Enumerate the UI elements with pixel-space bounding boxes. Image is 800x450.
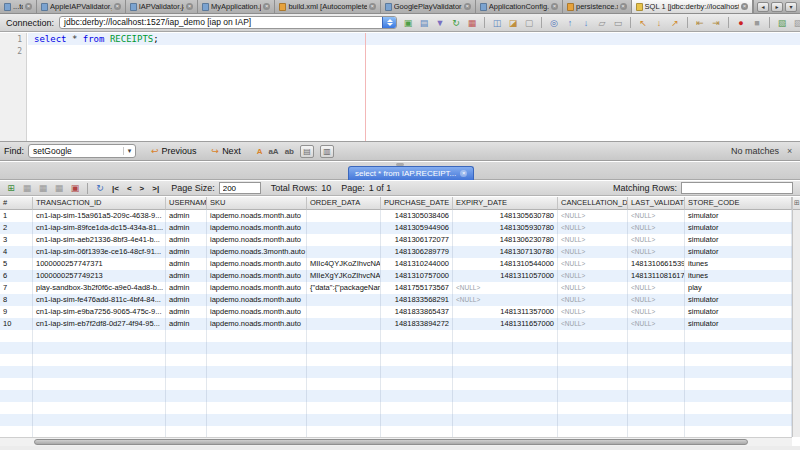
sql-editor[interactable]: 12 select * from RECEIPTS; [0, 33, 800, 141]
table-cell[interactable]: <NULL> [558, 210, 628, 222]
table-row[interactable]: 4cn1-iap-sim-06f1393e-ce16-48cf-91...adm… [0, 246, 792, 258]
table-row[interactable]: 3cn1-iap-sim-aeb21336-8bf3-4e41-b...admi… [0, 234, 792, 246]
table-cell[interactable]: 1481305944906 [381, 222, 453, 234]
table-cell[interactable]: 8 [0, 294, 33, 306]
table-cell[interactable]: admin [166, 234, 207, 246]
table-cell[interactable]: 5 [0, 258, 33, 270]
table-cell[interactable]: 1481833865437 [381, 306, 453, 318]
find-previous-button[interactable]: ↩ Previous [151, 146, 197, 156]
match-case-icon[interactable]: aA [268, 147, 278, 156]
delete-record-icon[interactable]: ▦ [21, 182, 33, 194]
table-cell[interactable]: simulator [685, 318, 792, 330]
refresh-results-icon[interactable]: ↻ [94, 182, 106, 194]
truncate-table-icon[interactable]: ▣ [69, 182, 81, 194]
scroll-tabs-left-button[interactable]: ◂ [757, 2, 769, 12]
matching-rows-input[interactable] [681, 182, 793, 194]
table-cell[interactable]: <NULL> [558, 306, 628, 318]
table-cell[interactable]: admin [166, 258, 207, 270]
jump-down-icon[interactable]: ↓ [653, 17, 665, 29]
connection-combo[interactable]: jdbc:derby://localhost:1527/iap_demo [ia… [59, 16, 397, 29]
table-cell[interactable]: iapdemo.noads.month.auto [207, 282, 307, 294]
results-tab[interactable]: select * from IAP.RECEIPT... × [348, 166, 474, 180]
commit-changes-icon[interactable]: ▦ [37, 182, 49, 194]
table-cell[interactable]: cn1-iap-sim-aeb21336-8bf3-4e41-b... [33, 234, 166, 246]
table-cell[interactable]: <NULL> [628, 246, 685, 258]
column-header-store-code[interactable]: STORE_CODE [685, 197, 792, 210]
scroll-tabs-right-button[interactable]: ▸ [771, 2, 783, 12]
cancel-edits-icon[interactable]: ▦ [53, 182, 65, 194]
table-cell[interactable]: <NULL> [628, 234, 685, 246]
table-cell[interactable]: <NULL> [558, 234, 628, 246]
table-cell[interactable]: 2 [0, 222, 33, 234]
column-header-sku[interactable]: SKU [207, 197, 307, 210]
table-cell[interactable]: iapdemo.noads.month.auto [207, 318, 307, 330]
tab-close-icon[interactable]: × [114, 3, 121, 10]
table-cell[interactable]: 1481311057000 [453, 270, 558, 282]
open-file-icon[interactable]: ▤ [418, 17, 430, 29]
table-cell[interactable]: <NULL> [558, 246, 628, 258]
table-cell[interactable] [307, 306, 381, 318]
shift-right-icon[interactable]: ⇥ [710, 17, 722, 29]
table-cell[interactable]: cn1-iap-sim-06f1393e-ce16-48cf-91... [33, 246, 166, 258]
column-header-cancellation-date[interactable]: CANCELLATION_DATE [558, 197, 628, 210]
editor-tab[interactable]: GooglePlayValidator.java× [381, 0, 476, 13]
table-cell[interactable]: 1481310244000 [381, 258, 453, 270]
run-sql-icon[interactable]: ◫ [491, 17, 503, 29]
last-edit-icon[interactable]: ↗ [669, 17, 681, 29]
table-cell[interactable]: play [685, 282, 792, 294]
table-cell[interactable]: simulator [685, 306, 792, 318]
table-row[interactable]: 1cn1-iap-sim-15a961a5-209c-4638-9...admi… [0, 210, 792, 222]
table-cell[interactable]: 7 [0, 282, 33, 294]
table-cell[interactable]: 1481310661539 [628, 258, 685, 270]
column-header-last-validated[interactable]: LAST_VALIDATED [628, 197, 685, 210]
results-tab-close-icon[interactable]: × [460, 170, 467, 177]
table-cell[interactable] [307, 246, 381, 258]
table-cell[interactable]: 1000000257747371 [33, 258, 166, 270]
table-cell[interactable]: 1481306289779 [381, 246, 453, 258]
table-cell[interactable]: <NULL> [558, 222, 628, 234]
tab-close-icon[interactable]: × [369, 3, 376, 10]
table-cell[interactable]: simulator [685, 294, 792, 306]
table-row[interactable]: 8cn1-iap-sim-fe476add-811c-4bf4-84...adm… [0, 294, 792, 306]
column-header-order-data[interactable]: ORDER_DATA [307, 197, 381, 210]
table-cell[interactable]: simulator [685, 246, 792, 258]
insert-record-icon[interactable]: ⊞ [5, 182, 17, 194]
run-statement-icon[interactable]: ◪ [507, 17, 519, 29]
table-cell[interactable]: 1481310757000 [381, 270, 453, 282]
table-cell[interactable] [307, 222, 381, 234]
table-cell[interactable]: cn1-iap-sim-89fce1da-dc15-434a-81... [33, 222, 166, 234]
bookmark-icon[interactable]: ▭ [612, 17, 624, 29]
tab-close-icon[interactable]: × [25, 3, 32, 10]
table-cell[interactable]: admin [166, 306, 207, 318]
find-next-icon[interactable]: ↓ [580, 17, 592, 29]
table-cell[interactable]: simulator [685, 210, 792, 222]
stop-macro-icon[interactable]: ■ [751, 17, 763, 29]
table-cell[interactable]: <NULL> [628, 282, 685, 294]
scrollbar-thumb[interactable] [34, 439, 748, 445]
table-row[interactable]: 7play-sandbox-3b2f0f6c-a9e0-4ad8-b...adm… [0, 282, 792, 294]
table-cell[interactable]: iapdemo.noads.month.auto [207, 306, 307, 318]
table-cell[interactable] [307, 210, 381, 222]
table-cell[interactable]: simulator [685, 234, 792, 246]
editor-tab[interactable]: build.xml [AutocompleteTest]× [275, 0, 380, 13]
find-icon[interactable]: ◎ [548, 17, 560, 29]
table-cell[interactable]: iapdemo.noads.month.auto [207, 258, 307, 270]
table-cell[interactable]: cn1-iap-sim-eb7f2df8-0d27-4f94-95... [33, 318, 166, 330]
new-file-icon[interactable]: ▣ [402, 17, 414, 29]
table-cell[interactable]: iapdemo.noads.month.auto [207, 210, 307, 222]
column-header-row-number[interactable]: # [0, 197, 33, 210]
table-cell[interactable]: admin [166, 270, 207, 282]
column-header-expiry-date[interactable]: EXPIRY_DATE [453, 197, 558, 210]
refresh-icon[interactable]: ↻ [450, 17, 462, 29]
editor-tab[interactable]: persistence.xml× [563, 0, 632, 13]
table-cell[interactable]: <NULL> [628, 210, 685, 222]
table-cell[interactable]: <NULL> [453, 294, 558, 306]
table-cell[interactable]: <NULL> [558, 318, 628, 330]
table-cell[interactable]: <NULL> [628, 306, 685, 318]
table-cell[interactable]: 1481833568291 [381, 294, 453, 306]
column-header-purchase-date[interactable]: PURCHASE_DATE [381, 197, 453, 210]
table-cell[interactable]: iapdemo.noads.month.auto [207, 294, 307, 306]
table-cell[interactable]: 1481306230780 [453, 234, 558, 246]
table-cell[interactable]: MIIc4QYJKoZIhvcNAQc... [307, 258, 381, 270]
table-cell[interactable]: 10 [0, 318, 33, 330]
